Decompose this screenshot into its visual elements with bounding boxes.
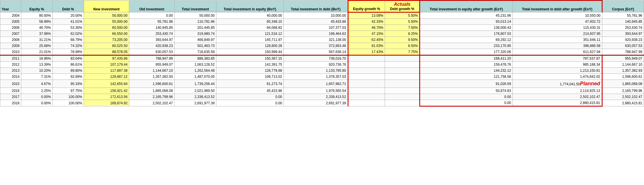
cell-equity-pct: 37.98% <box>21 31 52 37</box>
cell-old-investment: 140,945.85 <box>129 25 174 31</box>
cell-inv-debt-eoy: 1,213,150.81 <box>512 68 602 74</box>
cell-old-investment: 1,144,667.10 <box>129 68 174 74</box>
cell-inv-debt-boy: 1,657,982.71 <box>284 80 348 88</box>
actuals-label: Actuals <box>386 2 418 7</box>
cell-year: 2012 <box>0 62 21 68</box>
cell-debt-growth: 6.50% <box>385 43 420 49</box>
cell-equity-growth <box>348 74 385 80</box>
cell-inv-debt-boy: 1,133,785.80 <box>284 68 348 74</box>
cell-total-investment: 2,338,413.52 <box>174 94 216 100</box>
cell-total-investment: 2,021,989.50 <box>174 88 216 94</box>
cell-inv-equity-eoy: 144,232.12 <box>420 68 513 74</box>
cell-inv-equity-eoy: 45,231.96 <box>420 12 513 19</box>
header-total-inv-debt-eoy: Total investment in debt after growth (E… <box>512 1 602 12</box>
cell-inv-equity-boy: 40,000.00 <box>216 12 283 19</box>
cell-inv-debt-eoy: 2,880,415.81 <box>512 100 602 106</box>
cell-debt-growth <box>385 62 420 68</box>
cell-inv-equity-eoy: 0.00 <box>420 100 513 106</box>
cell-inv-equity-boy: 45,423.96 <box>216 88 283 94</box>
cell-inv-equity-eoy: 177,320.06 <box>420 49 513 55</box>
cell-inv-equity-boy: 108,713.02 <box>216 74 283 80</box>
cell-total-investment: 1,063,128.52 <box>174 62 216 68</box>
cell-total-investment: 1,739,256.44 <box>174 80 216 88</box>
cell-inv-equity-boy: 128,800.28 <box>216 43 283 49</box>
cell-corpus-eoy: 1,865,068.08 <box>602 80 644 88</box>
cell-inv-equity-eoy: 168,411.20 <box>420 55 513 62</box>
cell-equity-growth: -52.45% <box>348 37 385 43</box>
cell-inv-equity-boy: 150,999.44 <box>216 49 283 55</box>
cell-debt-pct: 74.32% <box>52 43 84 49</box>
cell-inv-equity-boy: 145,711.97 <box>216 37 283 43</box>
cell-inv-equity-boy: 142,391.75 <box>216 62 283 68</box>
cell-inv-equity-boy: 0.00 <box>216 94 283 100</box>
cell-inv-equity-eoy: 138,000.43 <box>420 25 513 31</box>
cell-inv-debt-eoy: 611,627.94 <box>512 49 602 55</box>
cell-year: 2015 <box>0 80 21 88</box>
cell-debt-pct: 83.04% <box>52 55 84 62</box>
cell-year: 2011 <box>0 55 21 62</box>
header-corpus-eoy: Corpus (EoY) <box>602 1 644 12</box>
cell-equity-pct: 80.00% <box>21 12 52 19</box>
cell-inv-debt-eoy: 1,774,041.50Planned <box>512 80 602 88</box>
cell-inv-equity-eoy: 178,807.03 <box>420 31 513 37</box>
table-row: 200831.21%68.79%73,205.00393,644.97466,8… <box>0 37 644 43</box>
cell-debt-pct: 95.33% <box>52 80 84 88</box>
cell-inv-equity-boy: 65,348.10 <box>216 19 283 25</box>
cell-debt-pct: 100.00% <box>52 100 84 106</box>
cell-debt-growth <box>385 100 420 106</box>
cell-old-investment: 1,357,382.93 <box>129 74 174 80</box>
cell-old-investment: 788,947.99 <box>129 55 174 62</box>
cell-inv-debt-boy: 107,377.03 <box>284 25 348 31</box>
cell-equity-pct: 7.31% <box>21 74 52 80</box>
cell-equity-pct: 0.00% <box>21 100 52 106</box>
cell-debt-pct: 62.02% <box>52 31 84 37</box>
cell-total-investment: 1,487,070.05 <box>174 74 216 80</box>
cell-total-investment: 718,635.58 <box>174 49 216 55</box>
cell-old-investment: 393,644.97 <box>129 37 174 43</box>
cell-new-investment: 129,687.12 <box>84 74 129 80</box>
cell-debt-growth: 8.25% <box>385 31 420 37</box>
cell-inv-debt-eoy: 351,646.11 <box>512 37 602 43</box>
cell-equity-pct: 31.21% <box>21 37 52 43</box>
cell-equity-growth <box>348 80 385 88</box>
cell-corpus-eoy: 420,938.23 <box>602 37 644 43</box>
cell-equity-growth <box>348 94 385 100</box>
cell-inv-equity-eoy: 0.00 <box>420 94 513 100</box>
cell-year: 2009 <box>0 43 21 49</box>
cell-corpus-eoy: 2,502,102.47 <box>602 94 644 100</box>
cell-inv-debt-boy: 1,976,565.54 <box>284 88 348 94</box>
cell-total-investment: 1,262,564.48 <box>174 68 216 74</box>
cell-total-investment: 886,383.85 <box>174 55 216 62</box>
cell-inv-debt-boy: 10,000.00 <box>284 12 348 19</box>
cell-inv-debt-boy: 2,338,413.52 <box>284 94 348 100</box>
cell-year: 2004 <box>0 12 21 19</box>
header-debt-pct: Debt % <box>52 1 84 12</box>
table-header: Year Equity % Debt % New investment Old … <box>0 1 644 12</box>
cell-inv-debt-eoy: 115,430.31 <box>512 25 602 31</box>
cell-equity-growth <box>348 88 385 94</box>
table-row: 201116.96%83.04%97,435.86788,947.99886,3… <box>0 55 644 62</box>
cell-new-investment: 60,500.00 <box>84 25 129 31</box>
cell-debt-pct: 53.30% <box>52 25 84 31</box>
cell-debt-growth <box>385 74 420 80</box>
table-row: 200925.68%74.32%80,525.50420,938.23501,4… <box>0 43 644 49</box>
cell-equity-pct: 46.70% <box>21 25 52 31</box>
cell-new-investment: 73,205.00 <box>84 37 129 43</box>
cell-inv-equity-eoy: 91,026.59 <box>420 80 513 88</box>
cell-equity-pct: 4.67% <box>21 80 52 88</box>
cell-inv-debt-eoy: 10,550.00 <box>512 12 602 19</box>
cell-debt-growth: 5.50% <box>385 19 420 25</box>
header-new-investment: New investment <box>84 1 129 12</box>
cell-inv-equity-eoy: 121,758.58 <box>420 74 513 80</box>
cell-debt-growth: 9.50% <box>385 37 420 43</box>
header-old-investment: Old investment <box>129 1 174 12</box>
cell-equity-growth <box>348 68 385 74</box>
cell-total-investment: 110,781.96 <box>174 19 216 25</box>
cell-debt-pct: 20.00% <box>52 12 84 19</box>
cell-debt-growth: 7.50% <box>385 25 420 31</box>
cell-inv-debt-boy: 920,736.76 <box>284 62 348 68</box>
cell-year: 2008 <box>0 37 21 43</box>
table-row: 20162.25%97.75%156,921.421,865,068.082,0… <box>0 88 644 94</box>
cell-equity-growth: 46.70% <box>348 25 385 31</box>
header-total-inv-equity-eoy: Total investment in equity after growth … <box>420 1 513 12</box>
